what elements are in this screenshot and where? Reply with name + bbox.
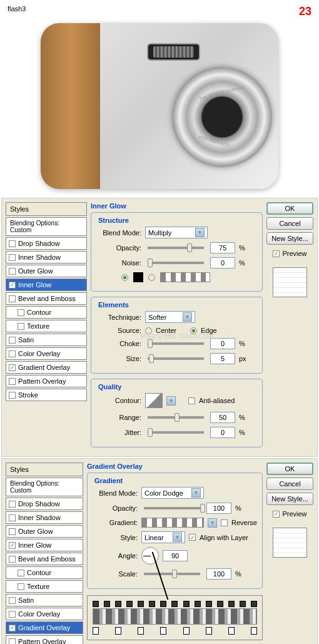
blend-mode-select[interactable]: Multiply▼ <box>145 227 208 238</box>
range-slider[interactable] <box>148 416 204 419</box>
style-select[interactable]: Linear▼ <box>141 531 185 543</box>
style-checkbox[interactable] <box>9 364 16 371</box>
style-row-drop-shadow[interactable]: Drop Shadow <box>6 237 87 250</box>
style-checkbox[interactable] <box>9 542 16 549</box>
style-row-outer-glow[interactable]: Outer Glow <box>6 525 83 538</box>
style-row-gradient-overlay[interactable]: Gradient Overlay <box>6 361 87 374</box>
preview-checkbox[interactable] <box>273 250 280 257</box>
choke-input[interactable] <box>210 338 235 349</box>
ok-button[interactable]: OK <box>266 202 313 215</box>
style-row-texture[interactable]: Texture <box>6 320 87 332</box>
preview-checkbox[interactable] <box>273 511 280 518</box>
style-row-color-overlay[interactable]: Color Overlay <box>6 347 87 360</box>
color-stop[interactable] <box>228 627 235 635</box>
style-checkbox[interactable] <box>9 638 16 645</box>
gradient-radio[interactable] <box>148 274 155 281</box>
style-row-color-overlay[interactable]: Color Overlay <box>6 608 83 620</box>
style-checkbox[interactable] <box>9 501 16 508</box>
color-stop[interactable] <box>115 627 121 635</box>
style-checkbox[interactable] <box>9 625 16 631</box>
jitter-input[interactable] <box>210 427 235 438</box>
style-checkbox[interactable] <box>18 323 24 330</box>
blending-options-row[interactable]: Blending Options: Custom <box>6 217 87 236</box>
opacity-stop[interactable] <box>171 601 178 607</box>
size-slider[interactable] <box>148 357 204 360</box>
style-checkbox[interactable] <box>9 378 16 385</box>
color-stop[interactable] <box>251 627 257 635</box>
style-row-inner-glow[interactable]: Inner Glow <box>6 279 87 291</box>
style-checkbox[interactable] <box>9 240 16 247</box>
color-stop[interactable] <box>183 627 190 635</box>
opacity-stop[interactable] <box>240 601 246 607</box>
color-stop[interactable] <box>93 627 99 635</box>
style-row-bevel-and-emboss[interactable]: Bevel and Emboss <box>6 553 83 565</box>
opacity-stop[interactable] <box>104 601 110 607</box>
opacity-stop[interactable] <box>251 601 257 607</box>
style-checkbox[interactable] <box>18 309 24 316</box>
opacity-slider[interactable] <box>144 507 200 509</box>
style-row-outer-glow[interactable]: Outer Glow <box>6 265 87 277</box>
choke-slider[interactable] <box>148 342 204 345</box>
style-row-inner-shadow[interactable]: Inner Shadow <box>6 511 83 524</box>
range-input[interactable] <box>210 412 235 423</box>
gradient-bar[interactable] <box>93 608 257 625</box>
color-stop[interactable] <box>138 627 144 635</box>
opacity-stop[interactable] <box>183 601 190 607</box>
opacity-stop[interactable] <box>206 601 212 607</box>
styles-heading[interactable]: Styles <box>6 202 87 216</box>
reverse-checkbox[interactable] <box>221 519 228 526</box>
opacity-stop[interactable] <box>160 601 166 607</box>
opacity-stop[interactable] <box>115 601 121 607</box>
style-checkbox[interactable] <box>9 556 16 563</box>
style-row-satin[interactable]: Satin <box>6 334 87 346</box>
blend-mode-select[interactable]: Color Dodge▼ <box>141 487 204 499</box>
style-row-stroke[interactable]: Stroke <box>6 389 87 401</box>
style-row-drop-shadow[interactable]: Drop Shadow <box>6 498 83 510</box>
ok-button[interactable]: OK <box>266 463 313 475</box>
gradient-preview[interactable] <box>160 272 210 282</box>
style-checkbox[interactable] <box>9 295 16 302</box>
new-style-button[interactable]: New Style... <box>266 493 313 505</box>
style-checkbox[interactable] <box>9 392 16 399</box>
angle-input[interactable] <box>163 550 188 561</box>
anti-aliased-checkbox[interactable] <box>188 397 195 404</box>
opacity-stop[interactable] <box>195 601 201 607</box>
opacity-stop[interactable] <box>138 601 144 607</box>
cancel-button[interactable]: Cancel <box>266 217 313 230</box>
noise-input[interactable] <box>210 257 235 268</box>
style-row-texture[interactable]: Texture <box>6 580 83 593</box>
technique-select[interactable]: Softer▼ <box>145 311 195 323</box>
style-row-inner-shadow[interactable]: Inner Shadow <box>6 251 87 263</box>
chevron-down-icon[interactable]: ▼ <box>208 518 217 528</box>
noise-slider[interactable] <box>148 262 204 264</box>
style-row-contour[interactable]: Contour <box>6 306 87 319</box>
size-input[interactable] <box>210 353 235 364</box>
opacity-stop[interactable] <box>149 601 155 607</box>
scale-input[interactable] <box>206 568 231 580</box>
color-swatch[interactable] <box>133 272 143 282</box>
new-style-button[interactable]: New Style... <box>266 232 313 245</box>
color-stop[interactable] <box>206 627 212 635</box>
opacity-stop[interactable] <box>217 601 223 607</box>
style-row-bevel-and-emboss[interactable]: Bevel and Emboss <box>6 292 87 305</box>
gradient-editor[interactable] <box>87 595 263 640</box>
cancel-button[interactable]: Cancel <box>266 478 313 490</box>
opacity-stop[interactable] <box>93 601 99 607</box>
opacity-input[interactable] <box>210 242 235 253</box>
opacity-slider[interactable] <box>148 247 204 249</box>
style-checkbox[interactable] <box>9 337 16 344</box>
contour-picker[interactable] <box>145 393 163 408</box>
style-checkbox[interactable] <box>18 570 24 576</box>
style-checkbox[interactable] <box>9 350 16 357</box>
style-checkbox[interactable] <box>9 268 16 275</box>
style-row-pattern-overlay[interactable]: Pattern Overlay <box>6 375 87 387</box>
style-checkbox[interactable] <box>9 611 16 618</box>
align-checkbox[interactable] <box>189 534 196 541</box>
style-row-inner-glow[interactable]: Inner Glow <box>6 539 83 551</box>
style-checkbox[interactable] <box>9 254 16 261</box>
opacity-input[interactable] <box>206 503 231 514</box>
style-row-satin[interactable]: Satin <box>6 594 83 606</box>
style-checkbox[interactable] <box>9 597 16 604</box>
opacity-stop[interactable] <box>126 601 133 607</box>
style-checkbox[interactable] <box>18 583 24 590</box>
